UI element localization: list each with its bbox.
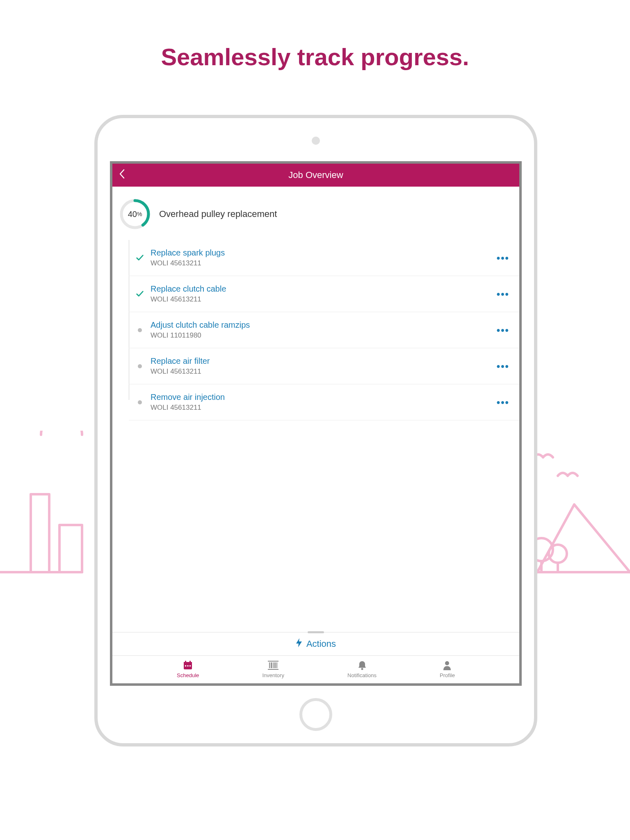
svg-rect-7 bbox=[185, 661, 186, 663]
task-row[interactable]: Replace air filter WOLI 45613211 ••• bbox=[129, 348, 519, 384]
more-icon[interactable]: ••• bbox=[497, 256, 509, 260]
tablet-home-button bbox=[299, 698, 332, 731]
task-row[interactable]: Replace spark plugs WOLI 45613211 ••• bbox=[129, 240, 519, 276]
back-icon[interactable] bbox=[119, 169, 125, 182]
more-icon[interactable]: ••• bbox=[497, 328, 509, 333]
task-row[interactable]: Remove air injection WOLI 45613211 ••• bbox=[129, 384, 519, 420]
more-icon[interactable]: ••• bbox=[497, 400, 509, 405]
svg-point-19 bbox=[361, 668, 363, 670]
progress-percent-symbol: % bbox=[137, 211, 142, 217]
nav-schedule[interactable]: Schedule bbox=[177, 660, 199, 678]
task-row[interactable]: Adjust clutch cable ramzips WOLI 1101198… bbox=[129, 312, 519, 348]
lightning-icon bbox=[296, 638, 302, 650]
svg-rect-14 bbox=[269, 662, 270, 668]
task-title: Replace spark plugs bbox=[151, 248, 497, 258]
marketing-headline: Seamlessly track progress. bbox=[0, 43, 630, 71]
nav-label: Notifications bbox=[347, 672, 377, 678]
actions-label: Actions bbox=[306, 639, 336, 649]
pending-dot-icon bbox=[135, 364, 145, 368]
job-title: Overhead pulley replacement bbox=[159, 208, 277, 220]
task-list: Replace spark plugs WOLI 45613211 ••• Re… bbox=[112, 240, 519, 420]
drag-handle-icon[interactable] bbox=[308, 631, 324, 633]
task-title: Replace clutch cable bbox=[151, 284, 497, 294]
svg-rect-10 bbox=[187, 665, 189, 667]
nav-inventory[interactable]: Inventory bbox=[262, 660, 284, 678]
more-icon[interactable]: ••• bbox=[497, 292, 509, 297]
svg-rect-12 bbox=[268, 661, 278, 662]
bottom-nav: Schedule Inventory Notifications Profile bbox=[112, 656, 519, 683]
svg-rect-11 bbox=[189, 665, 191, 667]
svg-rect-9 bbox=[185, 665, 186, 667]
person-icon bbox=[442, 660, 452, 671]
nav-label: Inventory bbox=[262, 672, 284, 678]
task-subtitle: WOLI 45613211 bbox=[151, 368, 497, 376]
check-icon bbox=[135, 290, 145, 299]
task-title: Adjust clutch cable ramzips bbox=[151, 320, 497, 330]
task-subtitle: WOLI 45613211 bbox=[151, 259, 497, 267]
svg-rect-8 bbox=[189, 661, 191, 663]
nav-profile[interactable]: Profile bbox=[440, 660, 455, 678]
progress-percent-value: 40 bbox=[128, 210, 137, 219]
task-title: Remove air injection bbox=[151, 393, 497, 402]
page-title: Job Overview bbox=[112, 170, 519, 180]
nav-notifications[interactable]: Notifications bbox=[347, 660, 377, 678]
more-icon[interactable]: ••• bbox=[497, 364, 509, 369]
svg-rect-18 bbox=[276, 662, 277, 668]
svg-rect-13 bbox=[268, 669, 278, 670]
task-row[interactable]: Replace clutch cable WOLI 45613211 ••• bbox=[129, 276, 519, 312]
task-subtitle: WOLI 11011980 bbox=[151, 331, 497, 340]
progress-percent-label: 40% bbox=[119, 198, 151, 230]
task-subtitle: WOLI 45613211 bbox=[151, 295, 497, 304]
nav-label: Profile bbox=[440, 672, 455, 678]
actions-bar[interactable]: Actions bbox=[112, 632, 519, 656]
svg-rect-15 bbox=[271, 662, 272, 668]
app-screen: Job Overview 40% Overhead pulley replace… bbox=[110, 161, 522, 686]
check-icon bbox=[135, 253, 145, 262]
svg-rect-0 bbox=[59, 525, 82, 572]
svg-point-2 bbox=[549, 545, 567, 563]
tablet-frame: Job Overview 40% Overhead pulley replace… bbox=[94, 115, 537, 746]
bell-icon bbox=[357, 660, 368, 671]
task-subtitle: WOLI 45613211 bbox=[151, 404, 497, 412]
progress-section: 40% Overhead pulley replacement bbox=[112, 187, 519, 240]
barcode-icon bbox=[268, 660, 278, 671]
svg-point-20 bbox=[445, 661, 449, 665]
svg-rect-17 bbox=[274, 662, 276, 668]
progress-ring: 40% bbox=[119, 198, 151, 230]
app-header: Job Overview bbox=[112, 164, 519, 187]
nav-label: Schedule bbox=[177, 672, 199, 678]
svg-rect-16 bbox=[273, 662, 274, 668]
calendar-icon bbox=[183, 660, 193, 671]
tablet-camera bbox=[312, 137, 320, 145]
pending-dot-icon bbox=[135, 400, 145, 404]
pending-dot-icon bbox=[135, 328, 145, 332]
task-title: Replace air filter bbox=[151, 356, 497, 366]
